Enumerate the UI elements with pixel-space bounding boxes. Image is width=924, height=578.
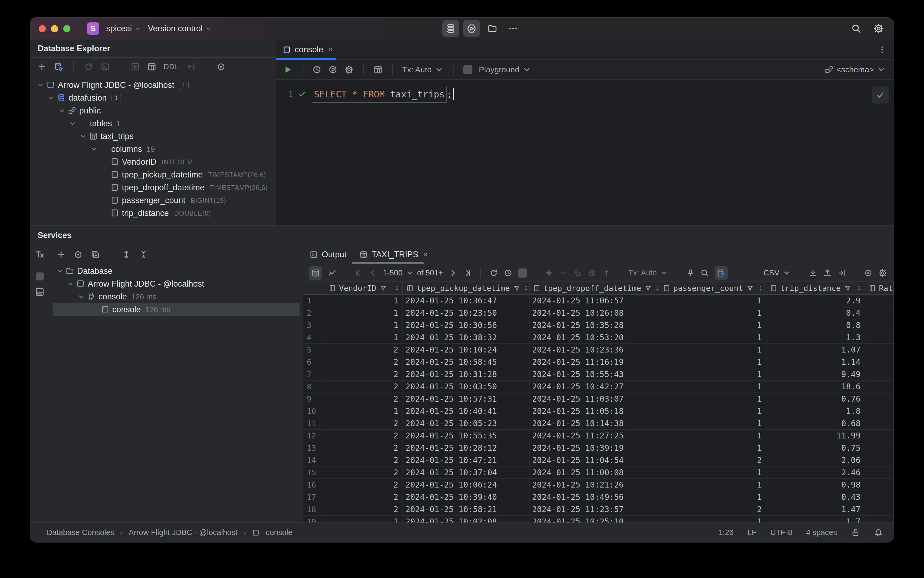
view-options-icon[interactable]	[73, 250, 83, 260]
table-row[interactable]: 1422024-01-25 10:47:212024-01-25 11:04:5…	[303, 454, 893, 466]
cell[interactable]: 2024-01-25 10:42:27	[530, 380, 660, 393]
cell[interactable]	[865, 331, 893, 344]
last-page-icon[interactable]	[463, 268, 472, 278]
chevron-down-icon[interactable]	[88, 145, 99, 153]
cell[interactable]: 1.3	[766, 331, 865, 344]
table-row[interactable]: 822024-01-25 10:03:502024-01-25 10:42:27…	[303, 380, 893, 393]
cell[interactable]: 2	[325, 380, 403, 393]
table-row[interactable]: 1222024-01-25 10:55:352024-01-25 11:27:2…	[303, 430, 893, 442]
table-row[interactable]: 522024-01-25 10:10:242024-01-25 10:23:36…	[303, 344, 893, 356]
cell[interactable]	[865, 295, 893, 307]
tab-output[interactable]: Output	[303, 245, 353, 264]
cell[interactable]	[865, 307, 893, 319]
filter-funnel-icon[interactable]	[844, 284, 851, 292]
filter-toggle[interactable]	[715, 266, 728, 280]
run-sql-icon[interactable]	[130, 62, 140, 71]
cell[interactable]: 2024-01-25 10:05:23	[403, 417, 530, 430]
cell[interactable]: 2024-01-25 11:06:57	[530, 295, 660, 307]
cell[interactable]: 1	[660, 442, 766, 454]
table-row[interactable]: 722024-01-25 10:31:282024-01-25 10:55:43…	[303, 368, 893, 380]
search-icon[interactable]	[851, 23, 862, 34]
table-view-toggle[interactable]	[309, 266, 322, 280]
cell[interactable]: 1	[660, 368, 766, 380]
cell[interactable]: 2024-01-25 11:16:19	[530, 356, 660, 368]
chevron-down-icon[interactable]	[76, 293, 87, 301]
cell[interactable]: 1	[325, 295, 403, 307]
cell[interactable]: 2024-01-25 11:04:54	[530, 454, 660, 466]
export-to-icon[interactable]	[837, 268, 846, 278]
cell[interactable]	[865, 503, 893, 516]
cell[interactable]: 11.99	[766, 430, 865, 442]
column-header-trip_distance[interactable]: trip_distance	[766, 282, 865, 295]
console-settings-icon[interactable]	[344, 65, 354, 75]
cell[interactable]: 2024-01-25 10:25:10	[530, 516, 660, 523]
add-service-icon[interactable]	[56, 250, 66, 260]
next-page-icon[interactable]	[448, 268, 457, 278]
cell[interactable]: 1.8	[766, 405, 865, 417]
cell[interactable]: 2024-01-25 11:00:08	[530, 466, 660, 479]
cell[interactable]: 2	[660, 503, 766, 516]
parameters-icon[interactable]	[328, 65, 338, 75]
tree-item-vendorid[interactable]: VendorIDINTEGER	[30, 156, 276, 168]
column-header-tpep_pickup_datetime[interactable]: tpep_pickup_datetime	[403, 282, 530, 295]
chevron-down-icon[interactable]	[78, 132, 89, 140]
more-tools-button[interactable]	[505, 20, 522, 37]
cell[interactable]: 2024-01-25 10:58:21	[403, 503, 530, 516]
cell[interactable]: 1	[660, 479, 766, 491]
sort-control-icon[interactable]	[394, 284, 400, 292]
cell[interactable]: 2024-01-25 10:23:50	[403, 307, 530, 319]
cell[interactable]: 2024-01-25 10:03:50	[403, 380, 530, 393]
cell[interactable]: 2	[325, 503, 403, 516]
chart-view-icon[interactable]	[327, 268, 337, 278]
cell[interactable]: 2	[325, 442, 403, 454]
tx-strip-icon[interactable]	[35, 249, 45, 260]
version-control-menu[interactable]: Version control	[148, 24, 212, 33]
cell[interactable]: 2	[325, 368, 403, 380]
jump-to-console-icon[interactable]	[100, 62, 110, 71]
table-row[interactable]: 1522024-01-25 10:37:042024-01-25 11:00:0…	[303, 466, 893, 479]
stop-strip-button[interactable]	[36, 273, 44, 281]
cell[interactable]: 1	[660, 393, 766, 405]
filter-funnel-icon[interactable]	[379, 284, 387, 292]
cell[interactable]: 2	[325, 393, 403, 405]
close-icon[interactable]	[327, 46, 334, 53]
previous-page-icon[interactable]	[368, 268, 378, 278]
cell[interactable]	[865, 417, 893, 430]
cell[interactable]: 0.43	[766, 491, 865, 503]
grid-settings-icon[interactable]	[878, 268, 887, 278]
cell[interactable]: 1	[325, 307, 403, 319]
row-number-header[interactable]	[303, 282, 325, 295]
cell[interactable]: 0.8	[766, 319, 865, 331]
cell[interactable]: 0.75	[766, 442, 865, 454]
cell[interactable]	[865, 516, 893, 523]
cell[interactable]: 2024-01-25 10:38:32	[403, 331, 530, 344]
cell[interactable]	[865, 479, 893, 491]
cell[interactable]: 1	[660, 307, 766, 319]
add-row-icon[interactable]	[545, 268, 553, 278]
open-table-icon[interactable]	[147, 62, 157, 71]
cell[interactable]	[865, 319, 893, 331]
tree-item-console[interactable]: console126 ms	[53, 303, 300, 316]
pin-tab-icon[interactable]	[686, 268, 695, 278]
sql-editor[interactable]: 1 SELECT*FROMtaxi_trips;	[276, 80, 893, 226]
cell[interactable]: 2.06	[766, 454, 865, 466]
breadcrumb-item[interactable]: console	[266, 528, 292, 537]
dock-panel-icon[interactable]	[35, 287, 45, 297]
tab-console[interactable]: console	[276, 39, 340, 60]
cell[interactable]: 2024-01-25 11:23:57	[530, 503, 660, 516]
run-query-icon[interactable]	[283, 65, 293, 75]
cell[interactable]: 1	[660, 356, 766, 368]
cell[interactable]: 1	[660, 319, 766, 331]
tree-item-console[interactable]: console126 ms	[49, 290, 303, 303]
cell[interactable]: 1	[660, 380, 766, 393]
cell[interactable]	[865, 430, 893, 442]
table-row[interactable]: 1722024-01-25 10:39:402024-01-25 10:49:5…	[303, 491, 893, 503]
revert-icon[interactable]	[573, 268, 582, 278]
cell[interactable]: 2024-01-25 10:35:28	[530, 319, 660, 331]
table-row[interactable]: 1912024-01-25 10:02:082024-01-25 10:25:1…	[303, 516, 893, 523]
cell[interactable]: 1	[325, 319, 403, 331]
cell[interactable]: 2024-01-25 10:55:35	[403, 430, 530, 442]
table-row[interactable]: 1322024-01-25 10:28:122024-01-25 10:39:1…	[303, 442, 893, 454]
export-icon[interactable]	[823, 268, 832, 278]
tree-item-tables[interactable]: tables1	[30, 117, 276, 130]
